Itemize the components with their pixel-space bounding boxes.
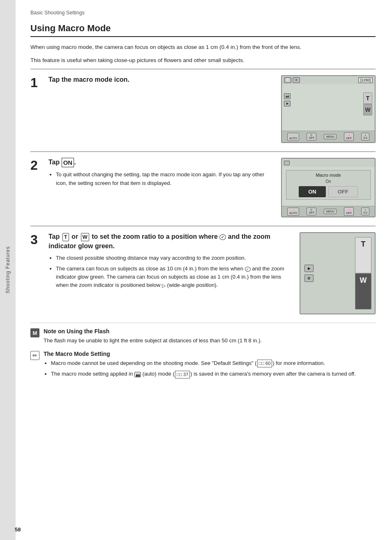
cs1-ev-label: 0.0 — [363, 136, 367, 139]
page-number: 58 — [15, 526, 21, 533]
step-1-number: 1 — [30, 76, 42, 89]
step-3-bullets: The closest possible shooting distance m… — [48, 254, 291, 290]
cs2-on-button[interactable]: ON — [299, 186, 326, 197]
cs2-panel-subtitle: On — [290, 179, 367, 184]
cs1-auto-btn: ⚡ AUTO — [287, 133, 299, 141]
note-flash-block: M Note on Using the Flash The flash may … — [30, 328, 376, 345]
step-2-bullets: To quit without changing the setting, ta… — [48, 171, 273, 187]
cs1-auto-label: AUTO — [289, 137, 297, 140]
step-3-text: Tap T or W to set the zoom ratio to a po… — [48, 232, 291, 292]
cs1-w-button: W — [363, 104, 372, 115]
cs1-macro-icon: 🌸 — [346, 134, 352, 137]
cs2-ev-btn: ± 0.0 — [361, 208, 369, 215]
camera-screen-1: ⬜ ④ [1290] 📷 ▶ — [281, 75, 376, 143]
cs3-w-label: W — [355, 273, 371, 309]
cs1-mode-icons-left: 📷 ▶ — [284, 93, 291, 106]
pencil-icon: ✏ — [30, 351, 39, 360]
cs1-menu-btn: MENU — [324, 134, 337, 139]
step-1-content: Tap the macro mode icon. ⬜ ④ [1290] — [48, 75, 376, 143]
note-flash-title: Note on Using the Flash — [44, 328, 376, 335]
cs1-mode-icon: ⬜ — [284, 77, 291, 83]
sidebar: Shooting Features — [0, 0, 16, 540]
step-3-title: Tap T or W to set the zoom ratio to a po… — [48, 232, 291, 251]
step1-divider — [30, 69, 376, 69]
note-flash-content: Note on Using the Flash The flash may be… — [44, 328, 376, 345]
cs2-off1-btn: ⏱ OFF — [307, 208, 316, 215]
step-2-content: Tap ON. To quit without changing the set… — [48, 158, 376, 217]
on-box: ON — [62, 158, 74, 167]
cs3-playback-icon: ▶ — [304, 265, 314, 272]
note-macro-bullet-2: The macro mode setting applied in 📷 (aut… — [51, 370, 376, 378]
cs2-macro-btn: 🌸 OFF — [344, 207, 354, 216]
warning-icon: M — [30, 328, 39, 337]
step-3-row: Tap T or W to set the zoom ratio to a po… — [48, 232, 376, 314]
camera-screen-2: Macro mode On ON OFF ⚡ AUTO — [281, 158, 376, 217]
cs2-ev-label: 0.0 — [363, 211, 367, 214]
step-2-text: Tap ON. To quit without changing the set… — [48, 158, 273, 190]
cs2-auto-btn: ⚡ AUTO — [287, 208, 299, 216]
ref-box-1: □□ 60 — [257, 360, 272, 367]
step-1-text: Tap the macro mode icon. — [48, 75, 273, 88]
step-1-block: 1 Tap the macro mode icon. ⬜ ④ — [30, 75, 376, 143]
intro-para-1: When using macro mode, the camera can fo… — [30, 43, 376, 52]
camera-screen-3: ▶ ✿ T W — [300, 232, 376, 314]
cs2-menu-btn: MENU — [324, 209, 337, 214]
main-content: Basic Shooting Settings Using Macro Mode… — [16, 0, 392, 540]
notes-divider — [30, 323, 376, 323]
step-2-title: Tap ON. — [48, 158, 273, 167]
cs1-counter-value: 1290 — [361, 78, 369, 82]
note-macro-bullet-1: Macro mode cannot be used depending on t… — [51, 359, 376, 367]
note-macro-content: The Macro Mode Setting Macro mode cannot… — [44, 351, 376, 381]
cs3-inner: ▶ ✿ T W — [300, 233, 375, 314]
step-3-bullet-2: The camera can focus on subjects as clos… — [56, 265, 291, 289]
step-2-number: 2 — [30, 159, 42, 172]
cs1-top-bar: ⬜ ④ [1290] — [282, 76, 375, 84]
cs1-ev-btn: ± 0.0 — [361, 133, 369, 141]
cs2-off2-label: OFF — [346, 212, 352, 215]
step-1-row: Tap the macro mode icon. ⬜ ④ [1290] — [48, 75, 376, 143]
intro-para-2: This feature is useful when taking close… — [30, 56, 376, 65]
cs1-counter-bracket2: ] — [369, 78, 371, 82]
step-1-title: Tap the macro mode icon. — [48, 75, 273, 84]
step-2-block: 2 Tap ON. To quit without changing the s… — [30, 158, 376, 217]
cs2-top-bar — [282, 159, 375, 167]
cs2-macro-icon: 🌸 — [346, 208, 352, 212]
step3-divider — [30, 226, 376, 226]
cs1-camera-icon: 📷 — [284, 93, 291, 99]
cs1-tw-col: T W — [363, 92, 372, 115]
cs1-macro-btn: 🌸 OFF — [344, 132, 354, 141]
cs1-counter: [1290] — [358, 77, 373, 83]
cs2-panel-title: Macro mode — [290, 173, 367, 178]
step-2-row: Tap ON. To quit without changing the set… — [48, 158, 376, 217]
cs1-t-button: T — [363, 92, 372, 104]
arrow-icon: ▷ — [162, 282, 166, 290]
cs3-macro-icon: ✿ — [304, 275, 314, 282]
note-flash-text: The flash may be unable to light the ent… — [44, 337, 376, 345]
cs3-zoom-bar: T W — [355, 237, 371, 309]
page-wrapper: Shooting Features Basic Shooting Setting… — [0, 0, 392, 540]
note-macro-bullets: Macro mode cannot be used depending on t… — [44, 359, 376, 378]
cs1-auto-icon: ⚡ — [289, 134, 297, 137]
ref-box-2: □□ 37 — [175, 371, 190, 378]
cs1-off1-label: OFF — [309, 136, 314, 139]
section-title: Using Macro Mode — [30, 23, 376, 37]
note-macro-title: The Macro Mode Setting — [44, 351, 376, 357]
cs1-mode2-icon: ④ — [293, 77, 300, 83]
cs2-panel: Macro mode On ON OFF — [286, 170, 371, 200]
cs1-play-icon: ▶ — [284, 101, 291, 106]
t-zoom-icon: T — [62, 233, 69, 241]
macro-inline-icon: ✓ — [245, 267, 251, 272]
cs2-auto-label: AUTO — [289, 212, 297, 215]
cs3-t-label: T — [355, 237, 371, 273]
w-zoom-icon: W — [81, 233, 89, 241]
step2-divider — [30, 151, 376, 152]
breadcrumb: Basic Shooting Settings — [30, 10, 376, 16]
step-3-number: 3 — [30, 233, 42, 246]
sidebar-label: Shooting Features — [5, 246, 11, 293]
cs1-off1-btn: ⏱ OFF — [307, 133, 316, 141]
cs2-off-button[interactable]: OFF — [328, 186, 358, 197]
step-3-content: Tap T or W to set the zoom ratio to a po… — [48, 232, 376, 314]
cs2-mode-icon — [284, 161, 290, 165]
step-3-bullet-1: The closest possible shooting distance m… — [56, 254, 291, 262]
cs1-off2-label: OFF — [346, 137, 352, 140]
